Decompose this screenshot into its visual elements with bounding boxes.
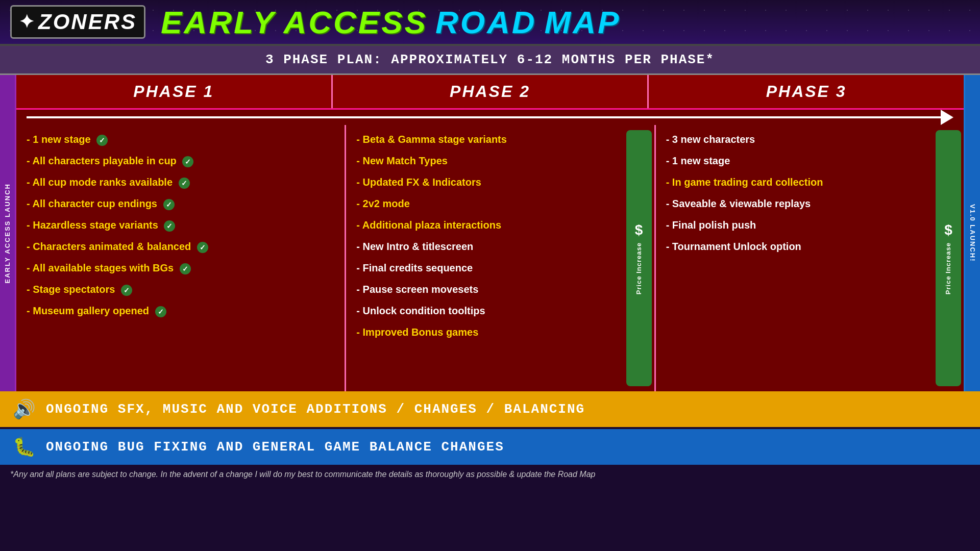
phase2-item-5: - New Intro & titlescreen bbox=[356, 240, 613, 253]
progress-arrow bbox=[16, 110, 964, 125]
phase2-item-4: - Additional plaza interactions bbox=[356, 218, 613, 232]
sidebar-right-label: V1.0 LAUNCH! bbox=[969, 204, 977, 262]
check-icon: ✓ bbox=[180, 263, 191, 274]
phase1-header: PHASE 1 bbox=[16, 75, 333, 108]
header-title: EARLY ACCESS ROAD MAP bbox=[161, 4, 621, 40]
phase2-item-7: - Pause screen movesets bbox=[356, 283, 613, 296]
phase2-with-price: - Beta & Gamma stage variants - New Matc… bbox=[346, 125, 655, 391]
phase1-item-8: - Museum gallery opened ✓ bbox=[27, 304, 334, 317]
phase3-item-1: - 1 new stage bbox=[666, 154, 923, 167]
phase2-item-2: - Updated FX & Indicators bbox=[356, 176, 613, 189]
logo-box: ✦ ZONERS bbox=[10, 5, 145, 39]
header: ✦ ZONERS EARLY ACCESS ROAD MAP bbox=[0, 0, 980, 46]
phases-container: PHASE 1 PHASE 2 PHASE 3 - 1 new stage ✓ bbox=[16, 75, 964, 391]
check-icon: ✓ bbox=[163, 199, 175, 210]
check-icon: ✓ bbox=[164, 220, 175, 232]
bug-banner: 🐛 ONGOING BUG FIXING AND GENERAL GAME BA… bbox=[0, 429, 980, 465]
phase2-item-0: - Beta & Gamma stage variants bbox=[356, 133, 613, 146]
phase3-item-0: - 3 new characters bbox=[666, 133, 923, 146]
bug-text: ONGOING BUG FIXING AND GENERAL GAME BALA… bbox=[46, 439, 504, 455]
phase3-col: - 3 new characters - 1 new stage - In ga… bbox=[656, 125, 933, 391]
phase1-col: - 1 new stage ✓ - All characters playabl… bbox=[16, 125, 346, 391]
phase2-item-6: - Final credits sequence bbox=[356, 261, 613, 274]
phase2-price-col: $ Price Increase bbox=[626, 130, 652, 386]
phase1-item-3: - All character cup endings ✓ bbox=[27, 197, 334, 210]
phase3-with-price: - 3 new characters - 1 new stage - In ga… bbox=[656, 125, 964, 391]
phase2-item-3: - 2v2 mode bbox=[356, 197, 613, 210]
phase2-item-1: - New Match Types bbox=[356, 154, 613, 167]
arrow-head-icon bbox=[941, 110, 953, 125]
phase-content-row: - 1 new stage ✓ - All characters playabl… bbox=[16, 125, 964, 391]
arrow-line bbox=[27, 116, 941, 118]
main-area: EARLY ACCESS LAUNCH PHASE 1 PHASE 2 PHAS… bbox=[0, 75, 980, 391]
bottom-banners: 🔊 ONGOING SFX, MUSIC AND VOICE ADDITIONS… bbox=[0, 391, 980, 465]
title-map: MAP bbox=[545, 4, 621, 40]
check-icon: ✓ bbox=[96, 135, 108, 146]
phase-plan-banner: 3 PHASE PLAN: APPROXIMATELY 6-12 MONTHS … bbox=[0, 46, 980, 75]
price-increase-label: Price Increase bbox=[635, 242, 643, 294]
phase-plan-text: 3 PHASE PLAN: APPROXIMATELY 6-12 MONTHS … bbox=[265, 52, 715, 67]
phase1-label: PHASE 1 bbox=[133, 82, 214, 101]
logo-star-icon: ✦ bbox=[19, 11, 34, 33]
speaker-icon: 🔊 bbox=[13, 398, 36, 420]
phase1-item-2: - All cup mode ranks available ✓ bbox=[27, 176, 334, 189]
phase1-item-4: - Hazardless stage variants ✓ bbox=[27, 218, 334, 232]
title-road: ROAD bbox=[435, 4, 537, 40]
phase1-item-6: - All available stages with BGs ✓ bbox=[27, 261, 334, 274]
check-icon: ✓ bbox=[155, 306, 166, 317]
phase3-item-4: - Final polish push bbox=[666, 218, 923, 232]
phase3-item-3: - Saveable & viewable replays bbox=[666, 197, 923, 210]
sidebar-left: EARLY ACCESS LAUNCH bbox=[0, 75, 16, 391]
phase3-price-col: $ Price Increase bbox=[936, 130, 961, 386]
check-icon: ✓ bbox=[179, 178, 190, 189]
phase1-item-5: - Characters animated & balanced ✓ bbox=[27, 240, 334, 253]
logo-text: ZONERS bbox=[38, 10, 137, 34]
phase1-item-1: - All characters playable in cup ✓ bbox=[27, 154, 334, 167]
check-icon: ✓ bbox=[197, 242, 208, 253]
phase2-header: PHASE 2 bbox=[333, 75, 649, 108]
phase1-item-0: - 1 new stage ✓ bbox=[27, 133, 334, 146]
sidebar-left-label: EARLY ACCESS LAUNCH bbox=[4, 183, 12, 283]
phase2-item-8: - Unlock condition tooltips bbox=[356, 304, 613, 317]
check-icon: ✓ bbox=[182, 156, 193, 167]
price-dollar-2-icon: $ bbox=[944, 222, 952, 238]
title-access: ACCESS bbox=[284, 4, 428, 40]
phase3-item-5: - Tournament Unlock option bbox=[666, 240, 923, 253]
disclaimer-text: *Any and all plans are subject to change… bbox=[10, 470, 595, 479]
phase2-label: PHASE 2 bbox=[450, 82, 530, 101]
bug-icon: 🐛 bbox=[13, 436, 36, 458]
phase2-col: - Beta & Gamma stage variants - New Matc… bbox=[346, 125, 623, 391]
title-early: EARLY bbox=[161, 4, 276, 40]
price-dollar-icon: $ bbox=[635, 222, 643, 238]
footer-disclaimer: *Any and all plans are subject to change… bbox=[0, 465, 980, 484]
sidebar-right: V1.0 LAUNCH! bbox=[964, 75, 980, 391]
phase3-item-2: - In game trading card collection bbox=[666, 176, 923, 189]
phase3-label: PHASE 3 bbox=[766, 82, 847, 101]
phase1-item-7: - Stage spectators ✓ bbox=[27, 283, 334, 296]
phase2-item-9: - Improved Bonus games bbox=[356, 325, 613, 339]
check-icon: ✓ bbox=[121, 285, 132, 296]
price-increase-2-label: Price Increase bbox=[944, 242, 952, 294]
sfx-banner: 🔊 ONGOING SFX, MUSIC AND VOICE ADDITIONS… bbox=[0, 391, 980, 427]
phase3-header: PHASE 3 bbox=[649, 75, 964, 108]
phase-headers: PHASE 1 PHASE 2 PHASE 3 bbox=[16, 75, 964, 110]
sfx-text: ONGOING SFX, MUSIC AND VOICE ADDITIONS /… bbox=[46, 402, 585, 417]
